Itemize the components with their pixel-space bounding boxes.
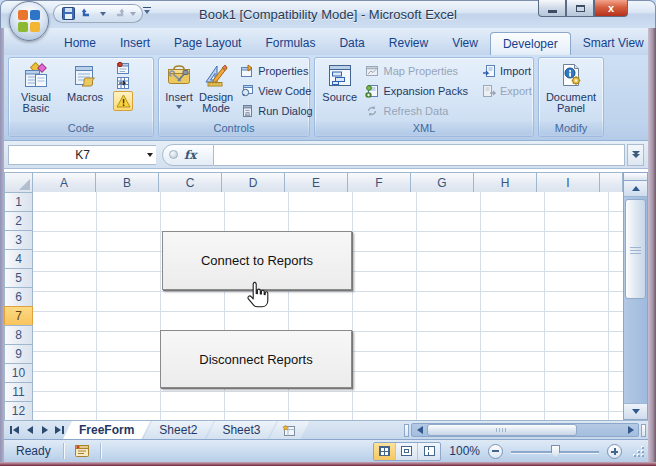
view-code-button[interactable]: View Code [236,81,315,100]
map-properties-icon [365,64,380,78]
relative-references-icon[interactable] [116,76,131,90]
refresh-data-button[interactable]: Refresh Data [362,101,478,120]
formula-bar-expand-button[interactable] [627,144,644,166]
column-header-g[interactable]: G [410,172,474,193]
horizontal-split-handle[interactable] [404,424,409,437]
macro-record-button[interactable] [72,443,92,459]
column-header-d[interactable]: D [221,172,285,193]
scroll-left-button[interactable] [412,424,427,436]
tab-data[interactable]: Data [327,32,376,55]
tab-home[interactable]: Home [52,32,108,55]
zoom-slider-handle[interactable] [551,445,560,458]
column-header-f[interactable]: F [347,172,411,193]
office-button[interactable] [9,1,49,41]
tab-page-layout[interactable]: Page Layout [162,32,253,55]
row-header-7-active[interactable]: 7 [4,306,33,326]
maximize-button[interactable] [566,0,594,17]
minimize-button[interactable] [538,0,566,17]
group-label-controls[interactable]: Controls [159,121,309,136]
insert-worksheet-button[interactable] [269,421,309,439]
tab-insert[interactable]: Insert [108,32,162,55]
view-code-label: View Code [258,85,311,97]
scroll-down-button[interactable] [624,403,647,419]
ribbon-tab-strip: Home Insert Page Layout Formulas Data Re… [4,26,648,55]
properties-button[interactable]: Properties [236,61,315,80]
row-header-4[interactable]: 4 [4,249,33,269]
group-label-xml[interactable]: XML [315,121,533,136]
tab-review[interactable]: Review [377,32,440,55]
disconnect-reports-button[interactable]: Disconnect Reports [160,330,352,388]
page-layout-view-button[interactable] [396,443,418,460]
import-button[interactable]: Import [478,61,530,80]
horizontal-scroll-thumb[interactable] [427,424,577,436]
document-panel-button[interactable]: Document Panel [542,60,600,121]
row-header-10[interactable]: 10 [4,363,33,383]
source-button[interactable]: Source [318,60,362,121]
scroll-up-button[interactable] [624,181,647,197]
macros-label: Macros [67,92,103,103]
scroll-right-button[interactable] [623,424,638,436]
insert-control-button[interactable]: Insert [162,60,196,121]
macros-button[interactable]: Macros [60,60,110,121]
group-label-code[interactable]: Code [9,121,153,136]
tab-smart-view[interactable]: Smart View [571,32,656,55]
row-header-1[interactable]: 1 [4,192,33,212]
next-sheet-icon[interactable] [38,424,51,437]
refresh-data-label: Refresh Data [384,105,449,117]
design-mode-button[interactable]: Design Mode [196,60,236,121]
chevron-down-icon [632,154,640,158]
row-header-2[interactable]: 2 [4,211,33,231]
group-label-modify[interactable]: Modify [539,121,603,136]
previous-sheet-icon[interactable] [23,424,36,437]
column-header-i[interactable]: I [536,172,600,193]
macros-icon [71,62,99,90]
zoom-out-button[interactable] [488,444,503,459]
first-sheet-icon[interactable] [8,424,21,437]
column-header-h[interactable]: H [473,172,537,193]
close-button[interactable]: x [594,0,628,17]
export-button[interactable]: Export [478,81,530,100]
row-header-9[interactable]: 9 [4,344,33,364]
visual-basic-button[interactable]: Visual Basic [12,60,60,121]
row-header-5[interactable]: 5 [4,268,33,288]
tab-developer[interactable]: Developer [490,32,571,55]
normal-view-button[interactable] [374,443,396,460]
sheet-tab-freeform[interactable]: FreeForm [63,421,150,439]
column-header-a[interactable]: A [32,172,96,193]
map-properties-button[interactable]: Map Properties [362,61,478,80]
column-header-partial[interactable] [599,172,623,193]
formula-input[interactable] [214,144,625,166]
insert-function-button[interactable]: fx [162,144,214,166]
name-box-dropdown-icon[interactable] [147,153,153,157]
zoom-slider[interactable] [511,444,599,459]
vertical-split-handle[interactable] [624,173,647,181]
page-break-view-button[interactable] [418,443,440,460]
select-all-button[interactable] [4,172,33,193]
row-header-3[interactable]: 3 [4,230,33,250]
name-box[interactable]: K7 [8,145,156,165]
run-dialog-button[interactable]: Run Dialog [236,101,315,120]
resize-grip[interactable] [632,445,644,457]
row-header-8[interactable]: 8 [4,325,33,345]
row-header-12[interactable]: 12 [4,401,33,420]
horizontal-split-handle-right[interactable] [641,424,646,437]
row-header-11[interactable]: 11 [4,382,33,402]
zoom-in-button[interactable] [607,444,622,459]
plus-icon [611,448,618,455]
macro-security-icon[interactable] [113,91,133,111]
zoom-level-label[interactable]: 100% [449,444,480,458]
row-header-6[interactable]: 6 [4,287,33,307]
record-macro-icon[interactable] [116,61,131,75]
tab-formulas[interactable]: Formulas [253,32,327,55]
expansion-packs-button[interactable]: Expansion Packs [362,81,478,100]
expansion-packs-icon [365,84,380,98]
column-header-c[interactable]: C [158,172,222,193]
sheet-tab-sheet3[interactable]: Sheet3 [206,421,276,439]
office-logo-icon [18,10,40,32]
column-header-b[interactable]: B [95,172,159,193]
vertical-scroll-thumb[interactable] [625,199,646,299]
sheet-tab-sheet2[interactable]: Sheet2 [143,421,213,439]
column-header-e[interactable]: E [284,172,348,193]
last-sheet-icon[interactable] [53,424,66,437]
tab-view[interactable]: View [440,32,490,55]
